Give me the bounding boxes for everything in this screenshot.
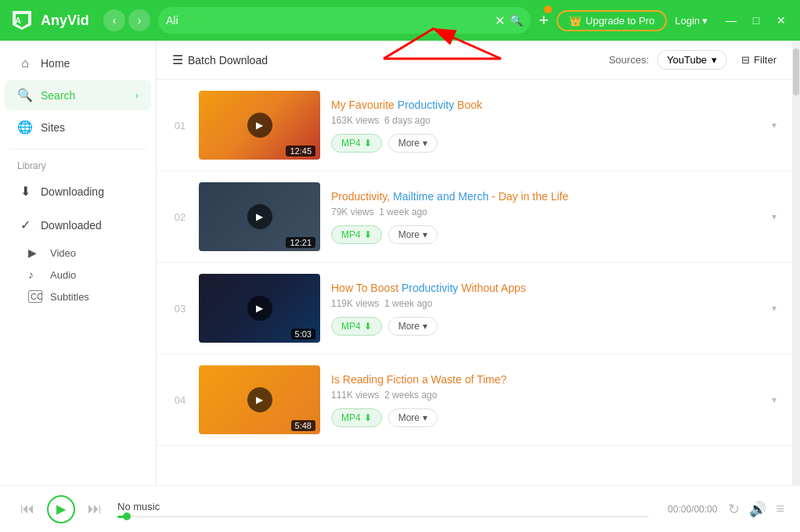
list-icon: ☰ <box>172 52 183 67</box>
mp4-download-btn-1[interactable]: MP4 ⬇ <box>331 134 382 153</box>
home-icon: ⌂ <box>17 56 33 70</box>
repeat-button[interactable]: ↻ <box>728 501 740 518</box>
video-num-3: 03 <box>172 303 188 315</box>
batch-download-label: Batch Download <box>188 54 268 66</box>
download-icon-2: ⬇ <box>364 229 372 240</box>
download-icon-3: ⬇ <box>364 321 372 332</box>
search-submit-button[interactable]: 🔍 <box>510 14 523 27</box>
sidebar-home-label: Home <box>41 57 70 70</box>
video-meta-4: 111K views 2 weeks ago <box>331 390 761 401</box>
video-item-4: 04 ▶ 5:48 Is Reading Fiction a Waste of … <box>157 354 792 446</box>
sidebar-audio-label: Audio <box>50 269 76 281</box>
collapse-arrow-1[interactable]: ▾ <box>772 120 777 131</box>
video-num-2: 02 <box>172 211 188 223</box>
video-title-1[interactable]: My Favourite Productivity Book <box>331 99 761 111</box>
video-actions-4: MP4 ⬇ More ▾ <box>331 408 761 427</box>
sidebar-sites-label: Sites <box>41 121 65 134</box>
chevron-down-icon-2: ▾ <box>423 229 427 240</box>
video-item-2: 02 ▶ 12:21 Productivity, Mailtime and Me… <box>157 171 792 263</box>
download-icon-4: ⬇ <box>364 412 372 423</box>
scrollbar[interactable] <box>792 41 800 485</box>
player-right-controls: ↻ 🔊 ≡ <box>728 501 784 518</box>
prev-button[interactable]: ⏮ <box>16 498 39 521</box>
search-bar: ✕ 🔍 <box>158 7 531 34</box>
video-thumbnail-3[interactable]: ▶ 5:03 <box>199 274 320 343</box>
more-button-3[interactable]: More ▾ <box>388 317 438 336</box>
sidebar-item-downloading[interactable]: ⬇ Downloading <box>5 176 151 207</box>
video-meta-1: 163K views 6 days ago <box>331 115 761 126</box>
mp4-download-btn-2[interactable]: MP4 ⬇ <box>331 225 382 244</box>
login-button[interactable]: Login ▾ <box>675 15 708 27</box>
mp4-label-4: MP4 <box>341 412 361 423</box>
video-thumbnail-4[interactable]: ▶ 5:48 <box>199 365 320 434</box>
play-overlay-3[interactable]: ▶ <box>247 296 272 321</box>
sidebar-item-subtitles[interactable]: CC Subtitles <box>0 286 156 307</box>
collapse-arrow-4[interactable]: ▾ <box>772 394 777 405</box>
video-item-1: 01 ▶ 12:45 My Favourite Productivity Boo… <box>157 80 792 171</box>
video-num-4: 04 <box>172 394 188 406</box>
back-button[interactable]: ‹ <box>103 9 125 31</box>
collapse-arrow-2[interactable]: ▾ <box>772 211 777 222</box>
player-bar: ⏮ ▶ ⏭ No music 00:00/00:00 ↻ 🔊 ≡ <box>0 485 800 532</box>
sidebar-item-home[interactable]: ⌂ Home <box>5 49 151 78</box>
volume-button[interactable]: 🔊 <box>749 501 766 518</box>
more-label-1: More <box>398 138 420 149</box>
video-meta-3: 119K views 1 week ago <box>331 298 761 309</box>
progress-bar[interactable] <box>117 516 649 518</box>
play-overlay-1[interactable]: ▶ <box>247 113 272 138</box>
track-name: No music <box>117 501 649 512</box>
video-thumbnail-2[interactable]: ▶ 12:21 <box>199 182 320 251</box>
source-dropdown[interactable]: YouTube ▾ <box>657 50 727 70</box>
player-info: No music <box>117 501 649 518</box>
playlist-button[interactable]: ≡ <box>776 501 784 517</box>
logo-icon: A <box>9 8 34 33</box>
sidebar-item-video[interactable]: ▶ Video <box>0 242 156 264</box>
clear-search-button[interactable]: ✕ <box>495 13 505 28</box>
download-icon: ⬇ <box>17 184 33 199</box>
close-button[interactable]: ✕ <box>772 11 791 30</box>
upgrade-button[interactable]: 👑 Upgrade to Pro <box>557 10 667 31</box>
more-button-1[interactable]: More ▾ <box>388 134 438 153</box>
video-actions-3: MP4 ⬇ More ▾ <box>331 317 761 336</box>
sources-label: Sources: <box>609 54 649 66</box>
batch-download-button[interactable]: ☰ Batch Download <box>172 52 268 67</box>
more-button-4[interactable]: More ▾ <box>388 408 438 427</box>
forward-button[interactable]: › <box>128 9 150 31</box>
sidebar-item-search[interactable]: 🔍 Search › <box>5 80 151 110</box>
video-title-2[interactable]: Productivity, Mailtime and Merch - Day i… <box>331 190 761 203</box>
progress-dot <box>123 512 131 520</box>
toolbar: ☰ Batch Download Sources: YouTube ▾ ⊟ Fi… <box>157 41 792 80</box>
chevron-down-icon-1: ▾ <box>423 138 427 149</box>
music-icon: ♪ <box>28 268 42 281</box>
play-pause-button[interactable]: ▶ <box>47 495 75 523</box>
dropdown-chevron-icon: ▾ <box>712 54 717 66</box>
check-icon: ✓ <box>17 217 33 232</box>
add-tab-button[interactable]: + <box>539 10 549 31</box>
mp4-download-btn-3[interactable]: MP4 ⬇ <box>331 317 382 336</box>
maximize-button[interactable]: □ <box>747 11 766 30</box>
library-label: Library <box>0 154 156 174</box>
filter-button[interactable]: ⊟ Filter <box>741 54 777 66</box>
sidebar-item-sites[interactable]: 🌐 Sites <box>5 112 151 142</box>
sidebar-item-audio[interactable]: ♪ Audio <box>0 264 156 286</box>
play-overlay-4[interactable]: ▶ <box>247 387 272 412</box>
collapse-arrow-3[interactable]: ▾ <box>772 303 777 314</box>
youtube-label: YouTube <box>667 54 707 66</box>
minimize-button[interactable]: — <box>722 11 741 30</box>
play-overlay-2[interactable]: ▶ <box>247 204 272 229</box>
next-button[interactable]: ⏭ <box>83 498 106 521</box>
search-input[interactable] <box>166 14 490 27</box>
video-title-4[interactable]: Is Reading Fiction a Waste of Time? <box>331 373 761 386</box>
sidebar: ⌂ Home 🔍 Search › 🌐 Sites Library <box>0 41 157 485</box>
duration-badge-2: 12:21 <box>286 237 315 248</box>
mp4-download-btn-4[interactable]: MP4 ⬇ <box>331 408 382 427</box>
player-controls: ⏮ ▶ ⏭ <box>16 495 106 523</box>
content-area: ☰ Batch Download Sources: YouTube ▾ ⊟ Fi… <box>157 41 792 485</box>
video-thumbnail-1[interactable]: ▶ 12:45 <box>199 91 320 160</box>
video-title-3[interactable]: How To Boost Productivity Without Apps <box>331 282 761 294</box>
sidebar-item-downloaded[interactable]: ✓ Downloaded <box>5 210 151 240</box>
more-label-3: More <box>398 321 420 332</box>
more-button-2[interactable]: More ▾ <box>388 225 438 244</box>
cc-icon: CC <box>28 290 42 303</box>
app-name: AnyVid <box>41 13 89 29</box>
